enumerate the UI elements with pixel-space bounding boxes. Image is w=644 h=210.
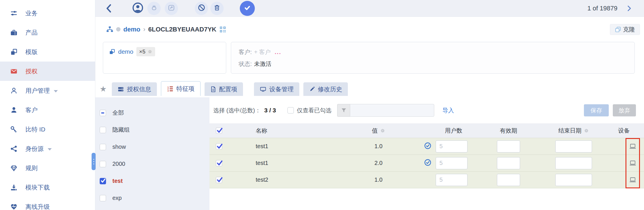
sidebar-item-identity-source[interactable]: 身份源 [0,139,95,158]
checkbox-unchecked[interactable] [100,144,106,150]
feature-name: test2 [228,176,358,183]
breadcrumb-row: demo › 6LOCL2BYEUAAD7YK 克隆 [95,17,644,42]
back-button[interactable] [105,3,113,13]
end-date-input[interactable] [555,174,592,186]
group-filter-show[interactable]: show [95,138,209,155]
forward-button[interactable] [165,2,178,15]
tab-feature-items[interactable]: 123 特征项 [161,81,201,96]
template-count-chip[interactable]: ×5 [136,47,155,56]
checkbox-unchecked[interactable] [100,127,106,133]
column-header-end-date: 结束日期 [558,127,582,135]
save-button[interactable]: 保存 [584,104,609,116]
table-filter-input[interactable] [350,104,434,117]
checkbox-indeterminate[interactable] [100,110,106,116]
record-toolbar: 1 of 19879 [95,0,644,17]
sidebar-item-label: 用户管理 [25,87,50,95]
app-window: 业务 产品 模版 授权 用户管理 客户 比特 ID 身份源 [0,0,644,210]
sidebar-item-bit-id[interactable]: 比特 ID [0,120,95,139]
sliders-icon [10,10,18,17]
feature-name: test1 [228,160,358,166]
group-filter-hidden[interactable]: 隐藏组 [95,121,209,138]
more-link[interactable]: ... [275,49,281,55]
table-row: test1 1.0 [209,138,644,155]
clone-button[interactable]: 克隆 [610,24,640,35]
validity-input[interactable] [497,157,520,169]
group-filter-2000[interactable]: 2000 [95,155,209,172]
sidebar-item-label: 模块下载 [25,183,50,192]
tab-label: 特征项 [176,85,194,93]
row-checkbox[interactable] [216,177,222,183]
pencil-icon [309,86,315,92]
sidebar-item-templates[interactable]: 模版 [0,42,95,62]
approve-button[interactable] [240,1,255,16]
tab-change-history[interactable]: 修改历史 [303,82,348,96]
delete-button[interactable] [210,2,224,15]
sidebar-item-products[interactable]: 产品 [0,23,95,42]
validity-input[interactable] [497,140,520,153]
row-checkbox[interactable] [216,143,222,150]
user-filled-icon [10,106,18,114]
add-customer-button[interactable]: + 客户 [254,48,271,56]
sidebar-item-authorization[interactable]: 授权 [0,62,95,81]
template-link[interactable]: demo [118,48,133,55]
gear-icon[interactable] [380,128,385,133]
discard-button[interactable]: 放弃 [613,104,636,116]
feature-value: 1.0 [358,143,399,150]
sidebar-item-label: 客户 [25,106,38,114]
row-checkbox[interactable] [216,160,222,166]
only-checked-label: 仅查看已勾选 [297,107,331,114]
checkbox-checked[interactable] [100,178,106,184]
column-header-name: 名称 [228,127,358,135]
hand-icon [150,4,158,13]
end-date-input[interactable] [555,140,592,153]
assign-user-button[interactable] [131,2,144,15]
group-filter-all[interactable]: 全部 [95,104,209,121]
sidebar-item-user-management[interactable]: 用户管理 [0,81,95,100]
qr-code-icon[interactable] [219,26,226,33]
breadcrumb: demo › 6LOCL2BYEUAAD7YK [106,26,226,33]
next-record-button[interactable] [627,5,632,12]
briefcase-icon [10,29,18,36]
users-count-input[interactable] [436,157,467,169]
tab-config-items[interactable]: 配置项 [205,82,243,96]
tab-device-management[interactable]: 设备管理 [254,82,299,96]
sidebar-item-label: 业务 [25,9,38,17]
laptop-icon[interactable] [629,176,636,183]
import-link[interactable]: 导入 [442,107,454,114]
status-value: 未激活 [254,60,272,68]
sidebar-item-module-download[interactable]: 模块下载 [0,178,95,197]
sidebar-item-rules[interactable]: 规则 [0,158,95,178]
tab-authorization-info[interactable]: 授权信息 [112,82,157,96]
panel-resize-handle[interactable] [92,153,96,170]
hold-button[interactable] [147,2,161,15]
favorite-star-icon[interactable]: ★ [100,84,107,94]
template-count-badge: ×5 [139,49,146,55]
group-filter-test[interactable]: test [95,172,209,189]
validity-input[interactable] [497,174,520,186]
status-label: 状态: [239,60,252,68]
checkbox-unchecked[interactable] [100,161,106,167]
trash-icon [213,4,221,13]
end-date-input[interactable] [555,157,592,169]
copy-icon [615,26,621,33]
breadcrumb-parent-link[interactable]: demo [123,26,140,33]
sidebar-item-customers[interactable]: 客户 [0,100,95,120]
laptop-icon[interactable] [629,160,636,167]
gear-icon[interactable] [584,128,589,133]
checkbox-unchecked[interactable] [100,195,106,201]
group-filter-exp[interactable]: exp [95,189,209,207]
envelope-icon [10,68,18,75]
column-header-value: 值 [372,127,378,135]
sidebar-item-offline-upgrade[interactable]: 离线升级 [0,197,95,210]
funnel-icon [337,104,350,117]
tab-label: 授权信息 [127,85,151,93]
disable-button[interactable] [195,2,208,15]
only-checked-checkbox[interactable] [287,107,294,114]
sidebar-item-business[interactable]: 业务 [0,3,95,23]
select-all-checkbox[interactable] [216,127,222,134]
main-area: 1 of 19879 demo › 6LOCL2BYEUAAD7YK 克隆 [95,0,644,210]
users-count-input[interactable] [436,140,467,153]
laptop-icon[interactable] [629,143,636,150]
clone-button-label: 克隆 [623,25,635,34]
users-count-input[interactable] [436,174,467,186]
